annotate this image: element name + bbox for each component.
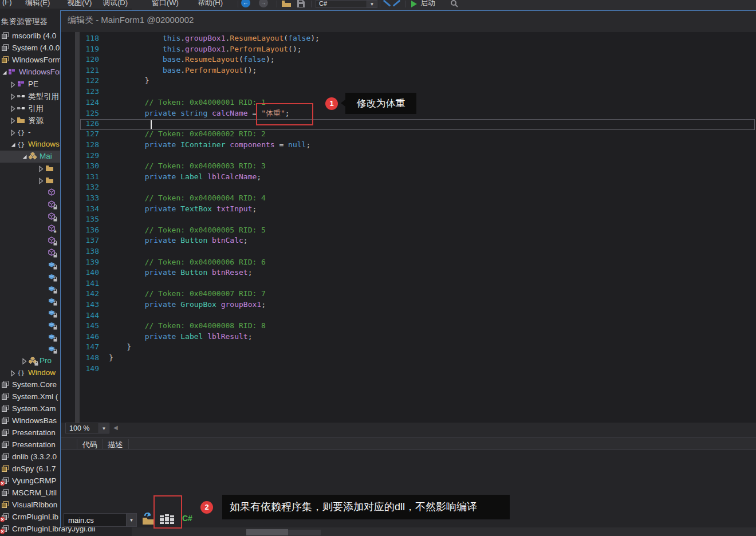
tree-expanded-icon[interactable] <box>10 140 18 148</box>
svg-text:{}: {} <box>17 369 25 377</box>
code-line-129[interactable]: 129 <box>61 151 109 162</box>
tree-expanded-icon[interactable] <box>21 152 29 160</box>
tree-collapsed-icon[interactable] <box>21 357 29 365</box>
tree-collapsed-icon[interactable] <box>38 176 46 184</box>
chevron-down-icon: ▼ <box>367 1 377 7</box>
code-line-142[interactable]: 142 // Token: 0x04000007 RID: 7 <box>61 289 266 300</box>
column-code[interactable]: 代码 <box>82 440 97 450</box>
line-number: 118 <box>61 34 99 42</box>
code-line-132[interactable]: 132 <box>61 183 109 194</box>
code-line-145[interactable]: 145 // Token: 0x04000008 RID: 8 <box>61 321 266 332</box>
code-line-143[interactable]: 143 private GroupBox groupBox1; <box>61 300 266 311</box>
code-line-144[interactable]: 144 <box>61 311 109 322</box>
menu-debug[interactable]: 调试(D) <box>103 0 128 8</box>
code-text: } <box>109 342 131 351</box>
code-line-146[interactable]: 146 private Label lblResult; <box>61 332 253 343</box>
menu-view[interactable]: 视图(V) <box>67 0 92 8</box>
tree-collapsed-icon[interactable] <box>10 92 18 100</box>
code-line-134[interactable]: 134 private TextBox txtInput; <box>61 204 257 215</box>
namespace-icon: {} <box>17 369 25 377</box>
code-line-118[interactable]: 118 this.groupBox1.ResumeLayout(false); <box>61 34 320 45</box>
code-text: this.groupBox1.PerformLayout(); <box>109 45 302 53</box>
tree-collapsed-icon[interactable] <box>10 104 18 112</box>
error-list-header: 代码 描述 <box>61 438 756 450</box>
code-line-127[interactable]: 127 // Token: 0x04000002 RID: 2 <box>61 129 266 140</box>
menu-window[interactable]: 窗口(W) <box>152 0 179 8</box>
tree-collapsed-icon[interactable] <box>10 80 18 88</box>
code-line-141[interactable]: 141 <box>61 279 109 290</box>
hscroll-left-arrow[interactable]: ◀ <box>113 424 118 431</box>
horizontal-scrollbar-thumb[interactable] <box>246 529 288 535</box>
navigate-back-icon[interactable]: ← <box>241 0 250 7</box>
field-icon <box>48 273 56 281</box>
code-line-137[interactable]: 137 private Button btnCalc; <box>61 236 248 247</box>
code-line-122[interactable]: 122 } <box>61 76 149 87</box>
assembly-icon <box>1 489 9 497</box>
code-line-130[interactable]: 130 // Token: 0x04000003 RID: 3 <box>61 161 266 172</box>
code-line-123[interactable]: 123 <box>61 87 109 98</box>
namespace-icon: {} <box>17 140 25 148</box>
code-line-124[interactable]: 124 // Token: 0x04000001 RID: 1 <box>61 98 266 109</box>
document-select[interactable]: main.cs ▼ <box>64 513 137 527</box>
tree-collapsed-icon[interactable] <box>10 116 18 124</box>
line-number: 129 <box>61 151 99 160</box>
code-line-133[interactable]: 133 // Token: 0x04000004 RID: 4 <box>61 194 266 204</box>
references-icon <box>17 104 25 112</box>
line-number: 119 <box>61 45 99 53</box>
code-line-148[interactable]: 148} <box>61 353 113 364</box>
line-number: 140 <box>61 268 99 277</box>
search-icon[interactable] <box>450 0 458 9</box>
code-text: } <box>109 76 149 85</box>
start-play-icon[interactable] <box>411 1 417 7</box>
code-line-147[interactable]: 147 } <box>61 342 131 353</box>
tree-collapsed-icon[interactable] <box>10 369 18 377</box>
code-text: base.PerformLayout(); <box>109 66 257 74</box>
svg-text:★: ★ <box>53 228 57 234</box>
code-editor[interactable]: 118 this.groupBox1.ResumeLayout(false);1… <box>61 32 756 423</box>
open-file-icon[interactable] <box>282 0 291 9</box>
code-line-139[interactable]: 139 // Token: 0x04000006 RID: 6 <box>61 258 266 269</box>
code-line-149[interactable]: 149 <box>61 364 109 375</box>
method-icon <box>48 237 56 245</box>
code-text: // Token: 0x04000008 RID: 8 <box>109 321 266 330</box>
code-line-121[interactable]: 121 base.PerformLayout(); <box>61 66 257 77</box>
tree-item-label: dnSpy (6.1.7 <box>12 464 56 473</box>
code-line-128[interactable]: 128 private IContainer components = null… <box>61 140 310 151</box>
current-line-highlight <box>80 119 755 130</box>
tree-collapsed-icon[interactable] <box>10 128 18 136</box>
line-number: 142 <box>61 289 99 298</box>
code-text: private Label lblResult; <box>109 332 253 341</box>
editor-zoom-select[interactable]: 100 % ▼ <box>65 423 109 433</box>
tree-collapsed-icon[interactable] <box>38 164 46 172</box>
code-line-131[interactable]: 131 private Label lblCalcName; <box>61 172 261 183</box>
save-icon[interactable] <box>297 0 305 9</box>
tree-item-label: System.Xml ( <box>12 392 58 401</box>
code-line-138[interactable]: 138 <box>61 247 109 258</box>
line-number: 132 <box>61 183 99 191</box>
language-select[interactable]: C# ▼ <box>316 0 377 8</box>
code-line-120[interactable]: 120 base.ResumeLayout(false); <box>61 55 275 66</box>
menu-edit[interactable]: 编辑(E) <box>25 0 50 8</box>
annotation-box-assembly-button <box>153 495 182 529</box>
navigate-forward-icon[interactable]: → <box>259 0 268 7</box>
folder-icon <box>17 116 25 124</box>
column-description[interactable]: 描述 <box>108 440 123 450</box>
code-line-119[interactable]: 119 this.groupBox1.PerformLayout(); <box>61 45 302 56</box>
menu-file[interactable]: (F) <box>2 0 12 6</box>
code-line-136[interactable]: 136 // Token: 0x04000005 RID: 5 <box>61 226 266 237</box>
toolbar-icon[interactable] <box>393 0 400 6</box>
line-number: 128 <box>61 140 99 149</box>
callout-2-badge: 2 <box>200 501 213 514</box>
start-button[interactable]: 启动 <box>420 0 435 8</box>
menu-help[interactable]: 帮助(H) <box>198 0 223 8</box>
code-line-140[interactable]: 140 private Button btnReset; <box>61 268 253 279</box>
code-line-135[interactable]: 135 <box>61 215 109 226</box>
field-icon <box>48 345 56 353</box>
horizontal-scrollbar-track[interactable] <box>288 530 321 535</box>
toolbar-icon[interactable] <box>383 0 391 6</box>
code-text: this.groupBox1.ResumeLayout(false); <box>109 34 320 42</box>
assembly-icon <box>1 453 9 461</box>
line-number: 131 <box>61 172 99 181</box>
code-line-125[interactable]: 125 private string calcName = "体重"; <box>61 108 290 119</box>
field-icon <box>48 321 56 329</box>
